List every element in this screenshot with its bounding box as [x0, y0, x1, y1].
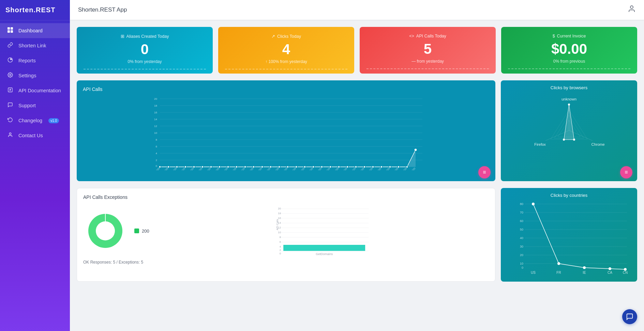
svg-point-31 [159, 166, 161, 168]
clicks-by-countries-title: Clicks by countries [506, 193, 632, 198]
sidebar-item-dashboard[interactable]: Dashboard [0, 23, 70, 38]
svg-text:8: 8 [279, 236, 281, 239]
app-logo: Shorten.REST [0, 0, 70, 20]
kpi-clicks-value: 4 [225, 42, 347, 57]
svg-point-151 [583, 266, 586, 269]
svg-point-5 [10, 74, 11, 76]
changelog-badge: v1.0 [48, 118, 59, 123]
svg-point-60 [406, 166, 408, 168]
svg-point-7 [9, 133, 11, 135]
svg-text:6: 6 [279, 240, 281, 243]
svg-text:40: 40 [520, 236, 523, 240]
page-title: Shorten.REST App [78, 6, 127, 13]
svg-text:6: 6 [156, 145, 158, 148]
svg-text:0: 0 [522, 266, 523, 269]
svg-text:0: 0 [279, 252, 281, 255]
svg-point-42 [253, 166, 255, 168]
kpi-aliases-sub: 0% from yesterday [84, 59, 206, 64]
svg-text:18: 18 [154, 104, 157, 107]
reports-icon [7, 57, 14, 64]
chat-button[interactable] [622, 309, 637, 324]
svg-point-32 [167, 166, 169, 168]
topbar: Shorten.REST App [70, 0, 644, 20]
svg-text:4: 4 [279, 245, 281, 248]
svg-point-50 [321, 166, 323, 168]
donut-row: 200 20 18 16 14 12 10 8 [83, 205, 489, 257]
sidebar-item-shorten-link[interactable]: Shorten Link [0, 38, 70, 53]
sidebar-item-support[interactable]: Support [0, 98, 70, 113]
svg-text:GetDomains: GetDomains [316, 252, 333, 256]
sidebar-item-changelog[interactable]: Changelog v1.0 [0, 113, 70, 128]
sidebar-item-api-docs[interactable]: API Documentation [0, 83, 70, 98]
api-exceptions-ok-text: OK Responses: 5 / Exceptions: 5 [83, 260, 489, 265]
api-exceptions-title: API Calls Exceptions [83, 194, 489, 200]
aliases-icon: ⊞ [121, 34, 124, 39]
kpi-clicks-sub: ↑ 100% from yesterday [225, 59, 347, 64]
svg-text:60: 60 [520, 219, 523, 223]
svg-text:18: 18 [278, 212, 281, 215]
main-content: Shorten.REST App ⊞ Aliases Created Today… [70, 0, 644, 331]
svg-text:IE: IE [583, 271, 586, 274]
svg-text:20: 20 [278, 207, 281, 210]
svg-point-48 [304, 166, 306, 168]
api-calls-icon: <> [409, 34, 414, 38]
bottom-row: API Calls Exceptions 200 [77, 188, 637, 282]
support-icon [7, 102, 14, 109]
svg-text:50: 50 [520, 228, 523, 231]
svg-point-59 [398, 166, 400, 168]
charts-row: API Calls [77, 80, 637, 181]
svg-text:14: 14 [154, 118, 157, 121]
svg-rect-3 [11, 30, 13, 33]
kpi-api-calls-value: 5 [366, 41, 489, 57]
sidebar: Shorten.REST Dashboard Shorten Link Repo… [0, 0, 70, 331]
svg-point-101 [563, 139, 565, 141]
kpi-api-calls-bottom [366, 68, 489, 73]
donut-chart [83, 209, 128, 253]
svg-text:FR: FR [556, 271, 561, 274]
svg-text:12: 12 [154, 125, 157, 128]
browsers-filter-button[interactable]: ≡ [620, 166, 632, 178]
svg-marker-30 [160, 150, 416, 167]
svg-text:80: 80 [520, 202, 523, 206]
countries-line-chart: 80 70 60 50 40 30 20 10 0 [506, 201, 632, 275]
api-calls-filter-button[interactable]: ≡ [478, 166, 491, 178]
kpi-row: ⊞ Aliases Created Today 0 0% from yester… [77, 27, 637, 74]
clicks-by-browsers-title: Clicks by browsers [506, 85, 632, 90]
sidebar-item-settings[interactable]: Settings [0, 68, 70, 83]
kpi-invoice-sub: 0% from previous [508, 59, 630, 64]
sidebar-item-contact-us[interactable]: Contact Us [0, 128, 70, 143]
svg-text:0: 0 [156, 164, 158, 168]
svg-point-43 [261, 166, 263, 168]
donut-legend: 200 [134, 228, 149, 234]
svg-point-34 [184, 166, 186, 168]
sidebar-item-reports[interactable]: Reports [0, 53, 70, 68]
changelog-icon [7, 117, 14, 124]
svg-marker-99 [564, 105, 574, 140]
api-calls-svg: 20 18 16 14 12 10 8 6 4 2 0 [83, 95, 489, 170]
svg-point-33 [176, 166, 178, 168]
dashboard-icon [7, 27, 14, 34]
svg-text:CA: CA [608, 271, 612, 274]
bar-chart-area: 20 18 16 14 12 10 8 6 4 2 0 API [156, 205, 489, 257]
clicks-by-browsers-panel: Clicks by browsers [501, 80, 637, 181]
svg-text:API Calls: API Calls [276, 219, 279, 230]
api-calls-chart-title: API Calls [83, 86, 489, 92]
kpi-api-calls-title: <> API Calls Today [366, 34, 489, 38]
user-icon[interactable] [628, 5, 636, 15]
api-calls-chart-panel: API Calls [77, 80, 495, 181]
svg-point-57 [380, 166, 383, 168]
svg-text:8: 8 [156, 138, 158, 141]
kpi-invoice: $ Current Invoice $0.00 0% from previous [501, 27, 637, 74]
kpi-invoice-value: $0.00 [508, 41, 630, 57]
legend-item-200: 200 [134, 228, 149, 234]
svg-point-150 [557, 262, 560, 265]
svg-point-107 [96, 221, 115, 240]
kpi-clicks-bottom [225, 69, 347, 74]
svg-point-100 [568, 104, 570, 106]
svg-text:07 Jun 2020: 07 Jun 2020 [149, 167, 160, 170]
svg-point-41 [244, 166, 246, 168]
svg-text:4: 4 [156, 152, 158, 155]
kpi-aliases-bottom [84, 69, 206, 74]
svg-point-35 [193, 166, 195, 168]
svg-point-40 [236, 166, 238, 168]
